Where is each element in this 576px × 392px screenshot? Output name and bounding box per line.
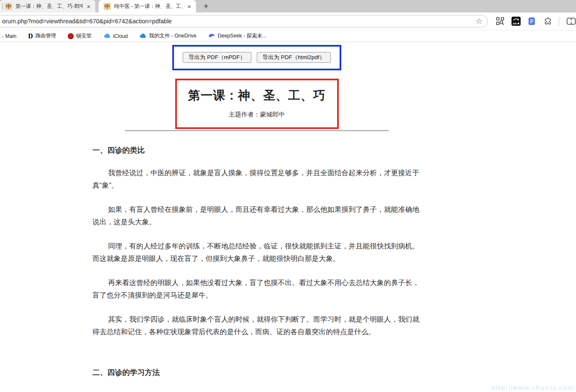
bookmark-label: 路由管理 (35, 32, 56, 40)
bookmark-router-admin[interactable]: D 路由管理 (28, 32, 57, 40)
bookmark-onedrive[interactable]: 我的文件 - OneDrive (139, 32, 196, 40)
letter-d-icon: D (28, 32, 33, 40)
paragraph: 如果，有盲人曾经在摸象前，是明眼人，而且还有幸看过大象，那么他如果摸到了鼻子，就… (92, 203, 421, 228)
tab-1-title: 第一课：神、圣、工、巧-郎中讲坛 (15, 3, 83, 10)
favorite-star-icon[interactable]: ☆ (476, 17, 482, 26)
thread-title: 第一课：神、圣、工、巧 (179, 87, 335, 104)
bookmark-icloud[interactable]: iCloud (104, 33, 128, 40)
tab-separator (2, 3, 3, 10)
export-buttons-highlight-box: 导出为 PDF（mPDF） 导出为 PDF（html2pdf） (172, 45, 341, 70)
cloud-icon (139, 33, 146, 40)
split-screen-icon[interactable] (566, 17, 576, 25)
site-watermark: http://www.chunzy.com (492, 384, 574, 391)
cloud-icon (104, 33, 111, 40)
export-html2pdf-button[interactable]: 导出为 PDF（html2pdf） (257, 52, 331, 63)
bookmark-deepseek[interactable]: DeepSeek - 探索未... (208, 32, 266, 40)
new-tab-button[interactable]: + (202, 2, 210, 10)
title-highlight-box: 第一课：神、圣、工、巧 主题作者：蒙城郎中 (175, 79, 339, 129)
site-favicon-icon: 中 (5, 3, 12, 10)
site-favicon-icon: 中 (104, 3, 111, 10)
thread-author: 主题作者：蒙城郎中 (179, 111, 335, 119)
close-tab-icon[interactable]: × (85, 3, 92, 10)
bookmark-label: X - Main (0, 33, 17, 39)
title-divider (125, 130, 389, 131)
paragraph: 其实，我们学四诊，就临床时象个盲人的时候，就得你下判断了。而学习时，就是个明眼人… (92, 313, 421, 338)
browser-window: 中 第一课：神、圣、工、巧-郎中讲坛 × 中 纯中医 - 第一课：神、圣、工、巧… (0, 0, 576, 392)
close-tab-icon[interactable]: × (186, 3, 193, 10)
forum-thread-document: 导出为 PDF（mPDF） 导出为 PDF（html2pdf） 第一课：神、圣、… (92, 45, 421, 377)
red-seal-icon (68, 33, 74, 39)
docs-extension-icon[interactable] (528, 17, 536, 25)
tab-2-title: 纯中医 - 第一课：神、圣、工、巧 (114, 3, 184, 10)
paragraph: 再来看这曾经的明眼人，如果他没看过大象，盲了也摸不出。看过大象不用心去总结大象的… (92, 277, 421, 302)
bookmark-label: 我的文件 - OneDrive (149, 32, 196, 40)
bookmark-label: 锡安堂 (76, 32, 92, 40)
bookmark-label: DeepSeek - 探索未... (218, 32, 266, 40)
tab-strip: 中 第一课：神、圣、工、巧-郎中讲坛 × 中 纯中医 - 第一课：神、圣、工、巧… (0, 0, 576, 12)
export-mpdf-button[interactable]: 导出为 PDF（mPDF） (183, 52, 251, 63)
paragraph: 我曾经说过，中医的辨证，就象是盲人摸象，摸得位置足够多，并且全面结合起来分析，才… (92, 167, 421, 192)
toolbar-divider (559, 17, 559, 25)
bookmark-label: iCloud (113, 33, 128, 39)
tab-1[interactable]: 中 第一课：神、圣、工、巧-郎中讲坛 × (0, 0, 95, 12)
address-bar[interactable]: orum.php?mod=viewthread&tid=670&pid=6742… (0, 15, 488, 27)
section-1-heading: 一、四诊的类比 (92, 145, 421, 155)
browser-toolbar: orum.php?mod=viewthread&tid=670&pid=6742… (0, 12, 576, 30)
bookmarks-bar: X - Main D 路由管理 锡安堂 iCloud 我的文件 - One (0, 30, 576, 42)
bookmark-xiantang[interactable]: 锡安堂 (68, 32, 92, 40)
toolbar-extension-icons: en (496, 17, 576, 26)
bookmark-main[interactable]: X - Main (0, 33, 17, 39)
svg-text:en: en (513, 22, 516, 25)
url-text[interactable]: orum.php?mod=viewthread&tid=670&pid=6742… (2, 18, 472, 25)
qr-code-search-icon[interactable] (496, 17, 504, 25)
paragraph: 同理，有的人经过多年的训练，不断地总结经验，临证，很快就能抓到主证，并且能很快找… (92, 240, 421, 265)
translate-extension-icon[interactable]: en (511, 17, 521, 26)
tab-2-active[interactable]: 中 纯中医 - 第一课：神、圣、工、巧 × (99, 0, 196, 12)
extensions-puzzle-icon[interactable] (543, 17, 552, 26)
whale-icon (208, 33, 215, 40)
section-2-heading: 二、四诊的学习方法 (92, 367, 421, 377)
page-content: 导出为 PDF（mPDF） 导出为 PDF（html2pdf） 第一课：神、圣、… (0, 42, 576, 392)
